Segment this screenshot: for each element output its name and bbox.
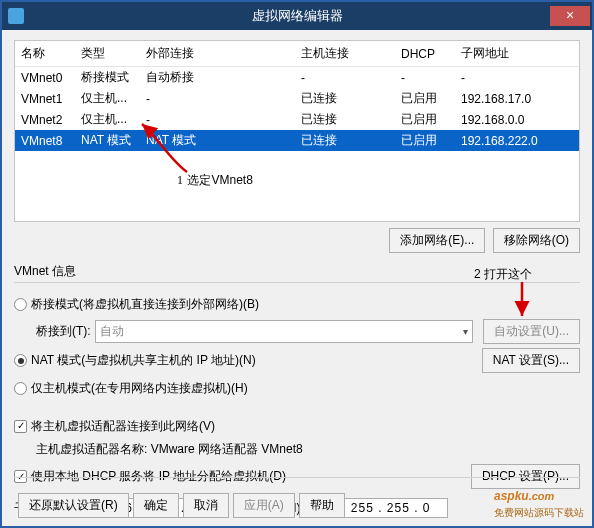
col-name[interactable]: 名称 (15, 41, 75, 67)
titlebar: 虚拟网络编辑器 × (2, 2, 592, 30)
radio-hostonly-label: 仅主机模式(在专用网络内连接虚拟机)(H) (31, 380, 248, 397)
restore-defaults-button[interactable]: 还原默认设置(R) (18, 493, 129, 518)
remove-network-button[interactable]: 移除网络(O) (493, 228, 580, 253)
window-title: 虚拟网络编辑器 (2, 7, 592, 25)
adapter-name-label: 主机虚拟适配器名称: (36, 442, 147, 456)
col-host[interactable]: 主机连接 (295, 41, 395, 67)
table-row[interactable]: VMnet1仅主机...-已连接已启用192.168.17.0 (15, 88, 579, 109)
add-network-button[interactable]: 添加网络(E)... (389, 228, 485, 253)
check-host-adapter[interactable] (14, 420, 27, 433)
radio-nat[interactable] (14, 354, 27, 367)
annotation-1: 1 选定VMnet8 (177, 170, 253, 189)
check-host-adapter-label: 将主机虚拟适配器连接到此网络(V) (31, 418, 215, 435)
col-type[interactable]: 类型 (75, 41, 140, 67)
bridge-to-label: 桥接到(T): (36, 323, 91, 340)
bridge-select: 自动▾ (95, 320, 474, 343)
radio-bridge[interactable] (14, 298, 27, 311)
col-subnet[interactable]: 子网地址 (455, 41, 579, 67)
annotation-arrow-2 (512, 282, 532, 325)
table-row-selected[interactable]: VMnet8NAT 模式NAT 模式已连接已启用192.168.222.0 (15, 130, 579, 151)
radio-nat-label: NAT 模式(与虚拟机共享主机的 IP 地址)(N) (31, 352, 256, 369)
chevron-down-icon: ▾ (463, 326, 468, 337)
network-table[interactable]: 名称 类型 外部连接 主机连接 DHCP 子网地址 VMnet0桥接模式自动桥接… (14, 40, 580, 222)
ok-button[interactable]: 确定 (133, 493, 179, 518)
cancel-button[interactable]: 取消 (183, 493, 229, 518)
table-row[interactable]: VMnet0桥接模式自动桥接--- (15, 67, 579, 89)
col-ext[interactable]: 外部连接 (140, 41, 295, 67)
apply-button: 应用(A) (233, 493, 295, 518)
help-button[interactable]: 帮助 (299, 493, 345, 518)
annotation-arrow-1 (132, 122, 192, 177)
adapter-name-value: VMware 网络适配器 VMnet8 (151, 442, 303, 456)
radio-bridge-label: 桥接模式(将虚拟机直接连接到外部网络)(B) (31, 296, 259, 313)
table-row[interactable]: VMnet2仅主机...-已连接已启用192.168.0.0 (15, 109, 579, 130)
nat-settings-button[interactable]: NAT 设置(S)... (482, 348, 580, 373)
annotation-2: 2 打开这个 (474, 266, 532, 283)
radio-hostonly[interactable] (14, 382, 27, 395)
col-dhcp[interactable]: DHCP (395, 41, 455, 67)
